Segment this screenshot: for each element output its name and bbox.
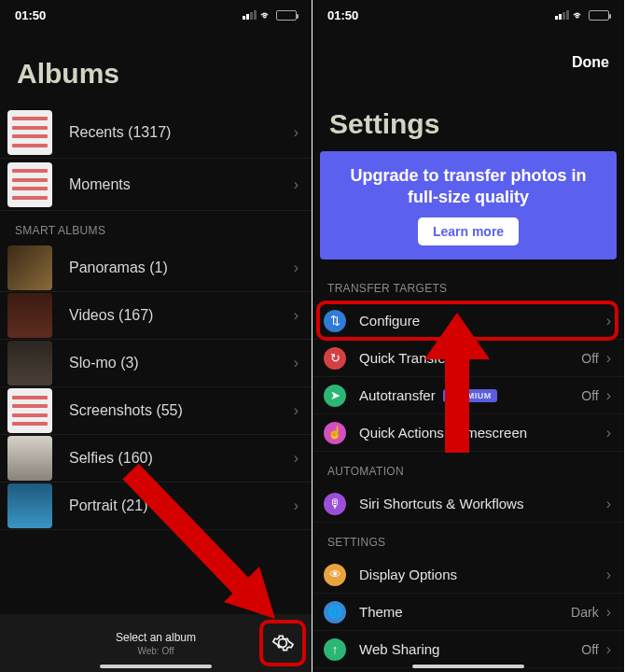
banner-text: Upgrade to transfer photos in full-size …: [337, 165, 600, 209]
bottom-title: Select an album: [116, 631, 196, 644]
status-time: 01:50: [327, 8, 358, 22]
chevron-right-icon: ›: [294, 307, 299, 324]
bottom-subtitle: Web: Off: [116, 646, 196, 656]
transfer-icon: ⇅: [324, 310, 346, 332]
eye-icon: 👁: [324, 564, 346, 586]
row-autotransfer[interactable]: ➤ AutotransferPREMIUM Off ›: [312, 377, 624, 414]
bottom-status: Select an album Web: Off: [116, 631, 196, 656]
chevron-right-icon: ›: [294, 402, 299, 419]
chevron-right-icon: ›: [606, 496, 611, 512]
row-label: Moments: [69, 176, 294, 193]
premium-badge: PREMIUM: [443, 389, 497, 402]
row-theme[interactable]: 🌐 Theme Dark ›: [312, 594, 624, 631]
chevron-right-icon: ›: [606, 425, 611, 441]
chevron-right-icon: ›: [606, 350, 611, 367]
album-selfies[interactable]: Selfies (160) ›: [0, 435, 312, 483]
thumb: [7, 341, 52, 385]
page-title: Settings: [312, 77, 624, 151]
chevron-right-icon: ›: [606, 604, 611, 621]
chevron-right-icon: ›: [294, 124, 299, 141]
row-value: Off: [581, 388, 598, 403]
row-label: Theme: [359, 604, 571, 620]
row-label: Web Sharing: [359, 641, 581, 657]
refresh-icon: ↻: [324, 347, 346, 370]
done-button[interactable]: Done: [572, 54, 609, 71]
upgrade-banner[interactable]: Upgrade to transfer photos in full-size …: [320, 151, 617, 259]
chevron-right-icon: ›: [294, 259, 299, 276]
chevron-right-icon: ›: [606, 567, 611, 583]
battery-icon: [276, 10, 297, 21]
signal-icon: [243, 10, 257, 20]
row-configure[interactable]: ⇅ Configure ›: [312, 302, 624, 340]
row-label: Quick Actions Homescreen: [359, 425, 606, 441]
status-time: 01:50: [15, 8, 46, 22]
album-portrait[interactable]: Portrait (21) ›: [0, 483, 312, 530]
row-value: Dark: [571, 605, 599, 620]
row-display-options[interactable]: 👁 Display Options ›: [312, 556, 624, 594]
album-screenshots[interactable]: Screenshots (55) ›: [0, 387, 312, 435]
album-recents[interactable]: Recents (1317) ›: [0, 106, 312, 159]
battery-icon: [589, 10, 609, 21]
row-label: Display Options: [359, 567, 606, 582]
row-label: AutotransferPREMIUM: [359, 387, 581, 403]
thumb-moments: [7, 162, 52, 207]
settings-button[interactable]: [259, 620, 306, 666]
bottom-bar: Select an album Web: Off: [0, 614, 312, 672]
row-quick-transfer[interactable]: ↻ Quick Transfer Off ›: [312, 340, 624, 377]
learn-more-button[interactable]: Learn more: [418, 217, 519, 245]
row-web-sharing[interactable]: ↑ Web Sharing Off ›: [312, 631, 624, 668]
row-quick-actions[interactable]: ☝ Quick Actions Homescreen ›: [312, 414, 624, 452]
thumb: [7, 436, 52, 481]
tap-icon: ☝: [324, 422, 346, 444]
status-bar: 01:50 ᯤ: [312, 0, 624, 30]
chevron-right-icon: ›: [294, 497, 299, 514]
row-label: Panoramas (1): [69, 259, 294, 276]
albums-screen: 01:50 ᯤ Albums Recents (1317) › Moments …: [0, 0, 312, 672]
wifi-icon: ᯤ: [573, 8, 585, 22]
gear-icon: [271, 631, 295, 655]
chevron-right-icon: ›: [294, 355, 299, 371]
album-videos[interactable]: Videos (167) ›: [0, 292, 312, 340]
wifi-icon: ᯤ: [260, 8, 272, 22]
mic-icon: 🎙: [324, 493, 346, 515]
section-header: SETTINGS: [312, 523, 624, 556]
upload-icon: ↑: [324, 638, 346, 661]
thumb: [7, 245, 52, 290]
row-label: Quick Transfer: [359, 350, 581, 366]
row-label: Selfies (160): [69, 450, 294, 467]
globe-icon: 🌐: [324, 601, 346, 623]
row-label: Videos (167): [69, 307, 294, 324]
thumb: [7, 293, 52, 338]
section-header: TRANSFER TARGETS: [312, 269, 624, 302]
page-title: Albums: [0, 30, 312, 106]
row-label: Portrait (21): [69, 497, 294, 514]
thumb-recents: [7, 110, 52, 155]
settings-screen: 01:50 ᯤ Done Settings Upgrade to transfe…: [312, 0, 625, 672]
row-label: Siri Shortcuts & Workflows: [359, 496, 606, 511]
row-value: Off: [581, 351, 598, 366]
thumb: [7, 388, 52, 433]
thumb: [7, 483, 52, 528]
chevron-right-icon: ›: [294, 450, 299, 467]
row-label: Configure: [359, 313, 606, 329]
row-label: Recents (1317): [69, 124, 294, 141]
album-moments[interactable]: Moments ›: [0, 159, 312, 211]
row-label: Slo-mo (3): [69, 355, 294, 371]
section-header: SMART ALBUMS: [0, 211, 312, 245]
send-icon: ➤: [324, 385, 346, 407]
chevron-right-icon: ›: [606, 641, 611, 658]
home-indicator: [412, 665, 524, 668]
row-label: Screenshots (55): [69, 402, 294, 419]
chevron-right-icon: ›: [606, 387, 611, 404]
album-slomo[interactable]: Slo-mo (3) ›: [0, 340, 312, 387]
row-value: Off: [581, 642, 598, 657]
status-bar: 01:50 ᯤ: [0, 0, 312, 30]
signal-icon: [555, 10, 569, 20]
home-indicator: [100, 665, 212, 668]
section-header: AUTOMATION: [312, 452, 624, 485]
album-panoramas[interactable]: Panoramas (1) ›: [0, 245, 312, 292]
row-siri-shortcuts[interactable]: 🎙 Siri Shortcuts & Workflows ›: [312, 485, 624, 523]
chevron-right-icon: ›: [294, 176, 299, 193]
chevron-right-icon: ›: [606, 313, 611, 329]
